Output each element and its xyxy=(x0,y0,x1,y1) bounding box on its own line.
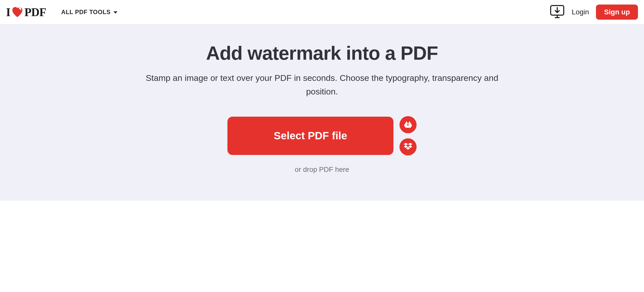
select-pdf-button[interactable]: Select PDF file xyxy=(227,117,393,155)
nav-all-tools[interactable]: ALL PDF TOOLS xyxy=(61,9,117,16)
page-title: Add watermark into a PDF xyxy=(10,42,634,64)
main-content: Add watermark into a PDF Stamp an image … xyxy=(0,24,644,201)
header: I PDF ALL PDF TOOLS xyxy=(0,0,644,24)
heart-icon xyxy=(11,7,23,18)
cloud-buttons xyxy=(399,116,417,155)
logo-suffix: PDF xyxy=(24,6,46,19)
page-subtitle: Stamp an image or text over your PDF in … xyxy=(140,71,504,99)
dropbox-button[interactable] xyxy=(399,138,417,155)
google-drive-button[interactable] xyxy=(399,116,417,133)
nav-all-tools-label: ALL PDF TOOLS xyxy=(61,9,110,16)
google-drive-icon xyxy=(404,121,412,129)
signup-button[interactable]: Sign up xyxy=(596,5,638,20)
logo[interactable]: I PDF xyxy=(6,6,46,19)
download-desktop-icon xyxy=(550,5,565,20)
download-desktop-button[interactable] xyxy=(550,5,565,20)
chevron-down-icon xyxy=(113,9,118,16)
login-link[interactable]: Login xyxy=(572,8,589,16)
header-left: I PDF ALL PDF TOOLS xyxy=(6,6,118,19)
upload-area: Select PDF file xyxy=(10,116,634,155)
drop-hint: or drop PDF here xyxy=(10,166,634,174)
dropbox-icon xyxy=(404,143,412,151)
logo-prefix: I xyxy=(6,6,10,19)
header-right: Login Sign up xyxy=(550,5,638,20)
